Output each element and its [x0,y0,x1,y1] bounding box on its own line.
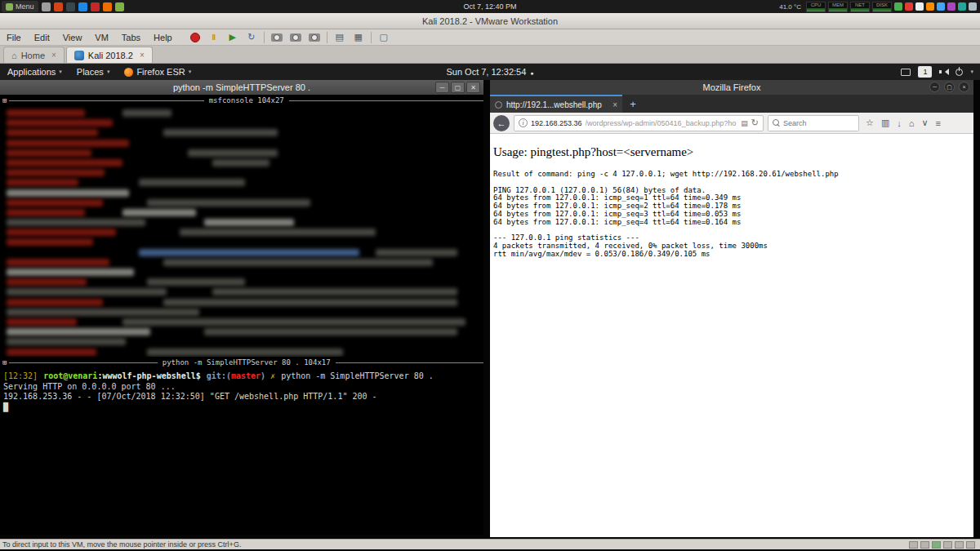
sound-status-icon[interactable] [955,541,964,549]
menu-view[interactable]: View [56,33,89,42]
firefox-titlebar[interactable]: Mozilla Firefox ─ ▢ × [490,80,973,95]
printer-status-icon[interactable] [966,541,975,549]
taskbar-app-icon[interactable] [103,2,112,11]
tray-icon[interactable] [905,2,913,11]
tray-icon[interactable] [947,2,956,11]
network-status-icon[interactable] [932,541,941,549]
firefox-window: Mozilla Firefox ─ ▢ × http://192.1...web… [490,80,973,537]
taskbar-app-icon[interactable] [91,2,100,11]
cd-status-icon[interactable] [920,541,929,549]
search-bar[interactable] [768,115,859,131]
search-input[interactable] [783,119,849,127]
maximize-button[interactable]: ▢ [451,82,465,93]
terminal-output-line: Serving HTTP on 0.0.0.0 port 80 ... [3,382,483,393]
url-host: 192.168.253.36 [531,119,582,127]
reload-icon[interactable]: ↻ [751,118,759,128]
library-icon[interactable]: ▥ [881,118,889,128]
host-menu-button[interactable]: Menu [2,1,38,12]
tmux-pane-title-bottom: ⊞ python -m SimpleHTTPServer 80 . 104x17 [0,357,483,368]
vmware-tab-kali[interactable]: Kali 2018.2 × [66,47,153,63]
snapshot-revert-button[interactable] [289,31,302,44]
vm-play-button[interactable]: ▶ [226,31,239,44]
site-info-icon[interactable]: i [519,118,528,127]
applications-menu[interactable]: Applications ▾ [0,64,69,80]
tray-icon[interactable] [915,2,924,11]
firefox-app-menu[interactable]: Firefox ESR ▾ [117,64,198,80]
reader-mode-icon[interactable]: ▤ [741,119,748,127]
vm-suspend-button[interactable]: ‖ [207,31,220,44]
camera-icon [271,33,283,42]
bookmark-star-icon[interactable]: ☆ [866,118,874,128]
close-tab-icon[interactable]: × [51,51,56,60]
terminal-titlebar[interactable]: python -m SimpleHTTPServer 80 . ─ ▢ ✕ [0,80,483,95]
minimize-button[interactable]: ─ [929,82,940,92]
menu-tabs[interactable]: Tabs [115,33,147,42]
git-dirty-flag: ✗ [270,371,275,380]
tray-icon[interactable] [969,2,977,11]
close-tab-icon[interactable]: × [612,100,617,109]
browser-tab[interactable]: http://192.1...webshell.php × [490,95,622,113]
vm-power-button[interactable] [189,31,202,44]
url-bar[interactable]: i 192.168.253.36/wordpress/wp-admin/0504… [514,115,764,131]
prompt-user: root@venari [43,371,97,380]
taskbar-app-icon[interactable] [66,2,75,11]
page-content: Usage: pingtest.php?host=<servername> Re… [490,134,973,537]
home-icon[interactable]: ⌂ [909,118,915,128]
vm-reset-button[interactable]: ↻ [245,31,258,44]
menu-file[interactable]: File [0,33,28,42]
downloads-icon[interactable]: ↓ [897,118,902,128]
vmware-menubar: File Edit View VM Tabs Help ‖ ▶ ↻ ▤ ▦ ▢ [0,29,980,46]
close-button[interactable]: ✕ [466,82,480,93]
home-icon: ⌂ [11,51,17,60]
hamburger-menu-icon[interactable]: ≡ [936,118,941,128]
git-suffix: ) [261,371,265,380]
page-favicon [495,101,502,109]
tray-icon[interactable] [937,2,945,11]
maximize-button[interactable]: ▢ [944,82,955,92]
output-line: 64 bytes from 127.0.0.1: icmp_seq=4 ttl=… [493,219,973,227]
menu-help[interactable]: Help [147,33,179,42]
back-button[interactable]: ← [493,115,510,131]
toolbar-separator [264,32,265,43]
vmware-tab-home[interactable]: ⌂ Home × [3,47,65,63]
msfconsole-pane[interactable] [0,106,483,357]
thumbnail-toggle-button[interactable]: ▦ [352,31,365,44]
taskbar-app-icon[interactable] [78,2,87,11]
places-menu[interactable]: Places ▾ [69,64,118,80]
command-result-line: Result of command: ping -c 4 127.0.0.1; … [493,171,973,179]
hdd-status-icon[interactable] [909,541,918,549]
library-toggle-button[interactable]: ▤ [333,31,346,44]
minimize-button[interactable]: ─ [435,82,449,93]
taskbar-app-icon[interactable] [42,2,51,11]
shell-pane[interactable]: [12:32]root@venari:wwwolf-php-webshell$g… [0,368,483,535]
terminal-window: python -m SimpleHTTPServer 80 . ─ ▢ ✕ ⊞ … [0,80,483,535]
close-tab-icon[interactable]: × [140,51,145,60]
taskbar-app-icon[interactable] [54,2,63,11]
fullscreen-button[interactable]: ▢ [377,31,390,44]
chevron-down-icon[interactable]: ▾ [970,69,973,75]
tray-icon[interactable] [926,2,934,11]
host-menu-icon [6,3,13,11]
new-tab-button[interactable]: + [622,95,644,113]
screencast-icon[interactable] [901,69,911,76]
close-button[interactable]: × [959,82,969,92]
tmux-pane-title-top: ⊞ msfconsole 104x27 [0,95,483,106]
power-icon[interactable] [956,69,963,76]
menu-vm[interactable]: VM [88,33,115,42]
menu-edit[interactable]: Edit [28,33,56,42]
snapshot-take-button[interactable] [270,31,283,44]
tray-icon[interactable] [894,2,902,11]
network-monitor[interactable]: NET [850,2,870,12]
workspace-indicator[interactable]: 1 [918,66,932,78]
volume-icon[interactable] [939,68,948,76]
vmware-titlebar[interactable]: Kali 2018.2 - VMware Workstation [0,13,980,29]
network-graph [851,8,869,11]
pocket-icon[interactable]: ∨ [921,118,928,128]
memory-monitor[interactable]: MEM [828,2,848,12]
taskbar-app-icon[interactable] [115,2,124,11]
usb-status-icon[interactable] [943,541,952,549]
cpu-monitor[interactable]: CPU [806,2,826,12]
snapshot-manager-button[interactable] [308,31,321,44]
tray-icon[interactable] [958,2,966,11]
disk-monitor[interactable]: DISK [872,2,892,12]
